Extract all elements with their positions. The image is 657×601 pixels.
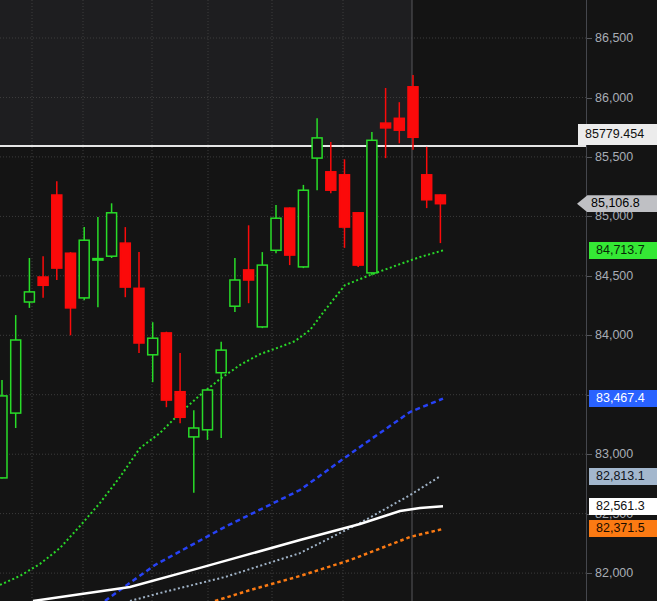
chart-pane[interactable] xyxy=(0,0,586,601)
candle-body xyxy=(134,288,144,343)
candle-body xyxy=(175,392,185,418)
trading-chart: 86,50086,00085,50085,00084,50084,00083,5… xyxy=(0,0,657,601)
ma-slate-dotted-line xyxy=(130,476,440,601)
candle-body xyxy=(0,396,7,478)
candle-body xyxy=(93,259,103,261)
candle-body xyxy=(326,172,336,190)
price-tick-label: 85,500 xyxy=(587,149,657,165)
candle-body xyxy=(230,280,240,306)
candle-body xyxy=(340,175,350,227)
candle-body xyxy=(312,138,322,158)
candle-body xyxy=(271,218,281,250)
session-highlight xyxy=(0,0,412,146)
candle-body xyxy=(435,195,445,204)
price-label-overlay: 82,561.3 xyxy=(589,498,657,515)
price-tick-label: 86,500 xyxy=(587,30,657,46)
candle-body xyxy=(38,277,48,285)
price-tick-label: 82,000 xyxy=(587,565,657,581)
candle-body xyxy=(148,338,158,355)
price-label-overlay: 83,467.4 xyxy=(589,390,657,407)
candle-body xyxy=(24,292,34,302)
candle-body xyxy=(394,118,404,130)
ma-orange-dashed-line xyxy=(215,529,443,601)
candle-body xyxy=(422,175,432,200)
candle-body xyxy=(244,270,254,280)
price-scale[interactable]: 86,50086,00085,50085,00084,50084,00083,5… xyxy=(586,0,657,601)
candle-body xyxy=(189,428,199,437)
candle-body xyxy=(107,213,117,256)
candle-body xyxy=(257,265,267,327)
candle-body xyxy=(203,390,213,430)
candle-body xyxy=(79,240,89,298)
candle-body xyxy=(216,350,226,373)
candle-body xyxy=(285,208,295,255)
ma-blue-dashed-line xyxy=(105,399,443,601)
price-label-last-price: 85,106.8 xyxy=(577,195,657,212)
price-tick-label: 83,000 xyxy=(587,446,657,462)
candle-body xyxy=(120,243,130,287)
price-tick-label: 84,000 xyxy=(587,327,657,343)
candle-body xyxy=(66,253,76,308)
candle-body xyxy=(367,140,377,273)
price-tick-label: 86,000 xyxy=(587,90,657,106)
candle-body xyxy=(408,87,418,138)
price-label-hline-label: 85779.454 xyxy=(578,124,657,145)
candle-body xyxy=(381,123,391,128)
candle-body xyxy=(161,333,171,400)
candle-body xyxy=(52,195,62,268)
candle-body xyxy=(11,340,21,413)
candle-body xyxy=(353,213,363,265)
price-tick-label: 84,500 xyxy=(587,268,657,284)
candle-body xyxy=(298,190,308,267)
price-label-overlay: 84,713.7 xyxy=(589,242,657,259)
price-label-overlay: 82,371.5 xyxy=(589,520,657,537)
price-label-overlay: 82,813.1 xyxy=(589,468,657,485)
